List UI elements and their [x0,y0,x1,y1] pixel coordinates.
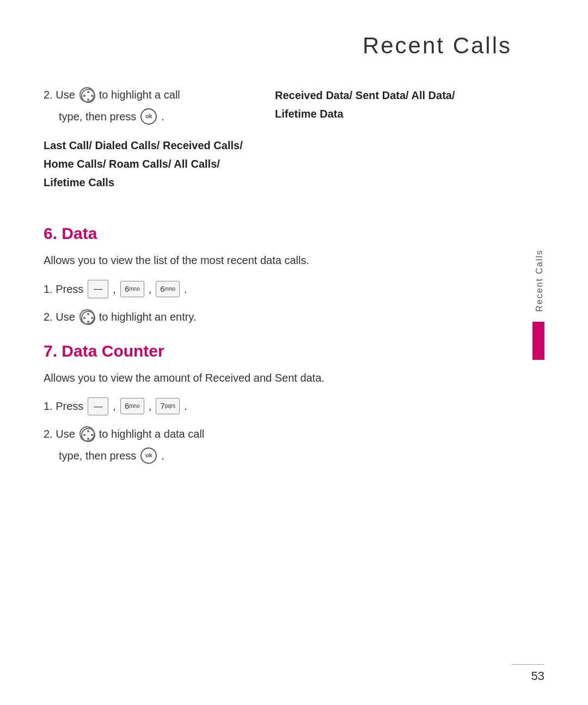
page-title: Recent Calls [44,33,544,59]
svg-point-13 [83,434,85,436]
key-6-mno-1: 6 mno [120,281,144,297]
svg-point-11 [87,430,89,432]
section-6-step-1: 1. Press — , 6 mno , 6 mno . [44,280,490,298]
step-2-prefix: 2. Use [44,86,75,103]
svg-point-6 [87,313,89,315]
nav-circle-icon [79,87,95,102]
sidebar-bar [532,322,544,360]
section-7-heading: 7. Data Counter [44,342,490,360]
svg-point-7 [87,321,89,323]
page-footer: 53 [512,664,544,684]
step-2-suffix: to highlight a call [99,86,180,103]
svg-point-4 [91,95,93,97]
section-7-step-2: 2. Use to highlight a data call [44,425,490,443]
step-highlight-call: 2. Use to highlight a call [44,86,259,103]
svg-point-8 [83,317,85,319]
page-number: 53 [531,669,544,683]
section-6-body: Allows you to view the list of the most … [44,252,490,269]
step-2-indent: type, then press ok . [44,108,259,125]
footer-line [512,664,544,665]
right-sidebar: Recent Calls [512,86,544,475]
section-7-body: Allows you to view the amount of Receive… [44,369,490,387]
section-6-step-2: 2. Use to highlight an entry. [44,308,490,326]
section-7-step-1: 1. Press — , 6 mno , 7 pqrs . [44,397,490,416]
key-6-mno-3: 6 mno [120,398,144,414]
section-7-step-2-indent: type, then press ok . [44,447,490,464]
svg-point-3 [83,95,85,97]
sidebar-label: Recent Calls [535,249,544,312]
call-types-list: Last Call/ Dialed Calls/ Received Calls/… [44,136,259,192]
svg-point-12 [87,438,89,440]
key-7-pqrs: 7 pqrs [156,398,180,414]
menu-key: — [88,280,108,298]
ok-button-icon: ok [140,108,157,125]
nav-circle-icon-2 [79,309,95,324]
svg-point-2 [87,99,89,101]
ok-button-icon-2: ok [140,447,157,464]
data-types-list: Received Data/ Sent Data/ All Data/ Life… [275,86,490,123]
sidebar-label-container: Recent Calls [532,249,544,360]
svg-point-14 [91,434,93,436]
svg-point-1 [87,91,89,93]
svg-point-9 [91,317,93,319]
nav-circle-icon-3 [79,426,95,442]
key-6-mno-2: 6 mno [156,281,180,297]
section-6-heading: 6. Data [44,224,490,243]
menu-key-2: — [88,397,108,416]
